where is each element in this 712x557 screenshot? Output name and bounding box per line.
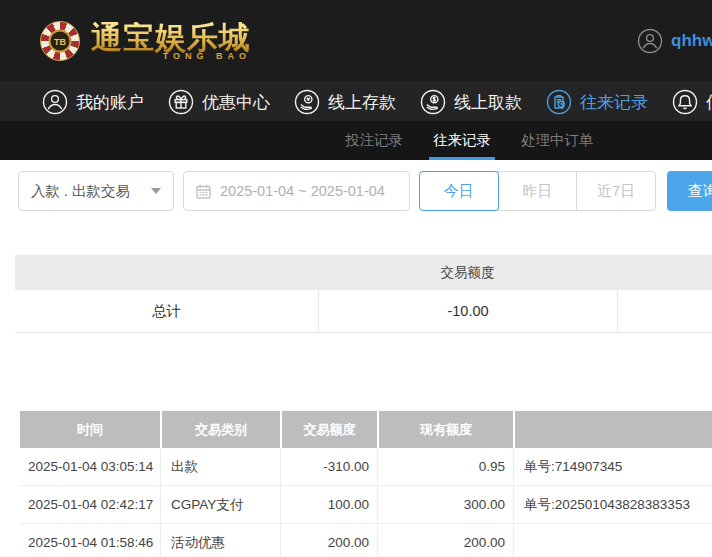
account-icon <box>42 89 68 115</box>
summary-header-amount: 交易额度 <box>318 264 617 282</box>
chevron-down-icon <box>151 188 161 194</box>
summary-total-row: 总计 -10.00 <box>15 290 712 333</box>
cell-balance: 300.00 <box>377 486 513 523</box>
yesterday-button[interactable]: 昨日 <box>498 172 577 210</box>
cell-amount: 100.00 <box>280 486 377 523</box>
date-range-input[interactable]: 2025-01-04 ~ 2025-01-04 <box>183 171 410 211</box>
cell-amount: -310.00 <box>280 448 377 485</box>
deposit-icon <box>294 89 320 115</box>
today-button[interactable]: 今日 <box>419 171 499 211</box>
transaction-type-select[interactable]: 入款 . 出款交易 <box>18 171 174 211</box>
poker-chip-logo-icon: TB <box>40 21 80 61</box>
nav-label: 优惠中心 <box>202 91 270 114</box>
cell-balance: 200.00 <box>377 524 513 557</box>
promo-icon <box>168 89 194 115</box>
brand-logo[interactable]: TB 通宝娱乐城 TONG BAO <box>40 21 257 61</box>
nav-item-message-center[interactable]: 信息中心 <box>672 89 712 115</box>
nav-label: 线上取款 <box>454 91 522 114</box>
transactions-table: 时间 交易类别 交易额度 现有额度 摘要 2025-01-04 03:05:14… <box>20 411 712 557</box>
col-header-amount: 交易额度 <box>280 411 377 448</box>
nav-item-my-account[interactable]: 我的账户 <box>42 89 144 115</box>
cell-type: CGPAY支付 <box>160 486 280 523</box>
sub-navigation: 投注记录 往来记录 处理中订单 <box>0 121 712 160</box>
cell-summary: 单号:714907345 <box>513 448 712 485</box>
summary-table-header: 交易额度 <box>15 255 712 290</box>
col-header-balance: 现有额度 <box>377 411 513 448</box>
transactions-table-header: 时间 交易类别 交易额度 现有额度 摘要 <box>20 411 712 448</box>
withdraw-icon <box>420 89 446 115</box>
cell-summary: 单号:202501043828383353 <box>513 486 712 523</box>
summary-table: 交易额度 总计 -10.00 <box>15 255 712 333</box>
user-avatar-icon <box>637 28 663 54</box>
date-range-value: 2025-01-04 ~ 2025-01-04 <box>220 183 385 199</box>
summary-total-label: 总计 <box>15 290 318 332</box>
content-area: 入款 . 出款交易 2025-01-04 ~ 2025-01-04 今日 昨日 … <box>0 160 712 557</box>
nav-item-withdraw[interactable]: 线上取款 <box>420 89 522 115</box>
quick-date-button-group: 今日 昨日 近7日 <box>419 171 656 211</box>
cell-type: 出款 <box>160 448 280 485</box>
nav-item-promotions[interactable]: 优惠中心 <box>168 89 270 115</box>
filter-bar: 入款 . 出款交易 2025-01-04 ~ 2025-01-04 今日 昨日 … <box>0 160 712 211</box>
cell-time: 2025-01-04 03:05:14 <box>20 448 160 485</box>
nav-label: 我的账户 <box>76 91 144 114</box>
calendar-icon <box>195 183 212 200</box>
cell-type: 活动优惠 <box>160 524 280 557</box>
nav-label: 往来记录 <box>580 91 648 114</box>
summary-total-value: -10.00 <box>318 290 617 332</box>
col-header-type: 交易类别 <box>160 411 280 448</box>
nav-item-transaction-records[interactable]: 往来记录 <box>546 89 648 115</box>
records-icon <box>546 89 572 115</box>
col-header-summary: 摘要 <box>513 411 712 448</box>
search-button[interactable]: 查询 <box>667 171 712 211</box>
cell-balance: 0.95 <box>377 448 513 485</box>
col-header-time: 时间 <box>20 411 160 448</box>
brand-text: 通宝娱乐城 TONG BAO <box>91 22 257 61</box>
tab-pending-orders[interactable]: 处理中订单 <box>521 121 594 160</box>
site-title: 通宝娱乐城 <box>91 22 251 53</box>
last-7-days-button[interactable]: 近7日 <box>576 172 655 210</box>
transaction-type-value: 入款 . 出款交易 <box>31 182 130 201</box>
table-row: 2025-01-04 02:42:17CGPAY支付100.00300.00单号… <box>20 486 712 524</box>
table-row: 2025-01-04 01:58:46活动优惠200.00200.00 <box>20 524 712 557</box>
chip-monogram: TB <box>49 30 72 53</box>
username: qhhw2 <box>671 31 712 51</box>
table-row: 2025-01-04 03:05:14出款-310.000.95单号:71490… <box>20 448 712 486</box>
transactions-table-body: 2025-01-04 03:05:14出款-310.000.95单号:71490… <box>20 448 712 557</box>
summary-empty-cell <box>617 290 712 332</box>
nav-label: 线上存款 <box>328 91 396 114</box>
tab-betting-records[interactable]: 投注记录 <box>345 121 403 160</box>
user-account[interactable]: qhhw2 <box>637 28 712 54</box>
main-navigation: 我的账户 优惠中心 线上存款 线上取款 <box>0 82 712 121</box>
cell-summary <box>513 524 712 557</box>
top-header: TB 通宝娱乐城 TONG BAO qhhw2 <box>0 0 712 82</box>
cell-time: 2025-01-04 01:58:46 <box>20 524 160 557</box>
cell-amount: 200.00 <box>280 524 377 557</box>
bell-icon <box>672 89 698 115</box>
nav-label: 信息中心 <box>706 91 712 114</box>
tab-transaction-records[interactable]: 往来记录 <box>433 121 491 160</box>
cell-time: 2025-01-04 02:42:17 <box>20 486 160 523</box>
nav-item-deposit[interactable]: 线上存款 <box>294 89 396 115</box>
